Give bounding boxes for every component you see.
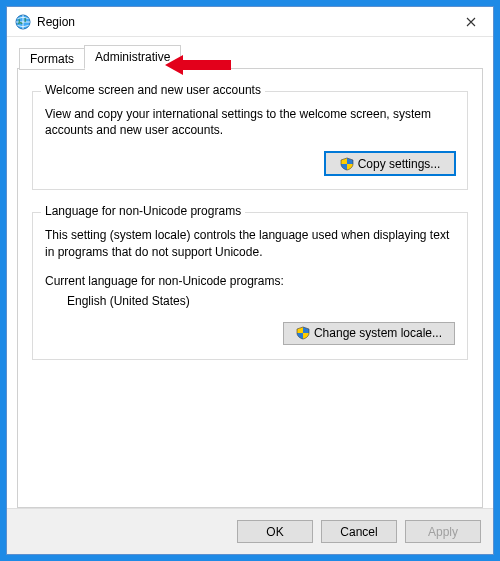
group-welcome: Welcome screen and new user accounts Vie…	[32, 91, 468, 190]
group-locale-legend: Language for non-Unicode programs	[41, 204, 245, 218]
dialog-footer: OK Cancel Apply	[7, 508, 493, 554]
tab-administrative-label: Administrative	[95, 50, 170, 64]
current-locale-value: English (United States)	[67, 294, 455, 308]
group-locale: Language for non-Unicode programs This s…	[32, 212, 468, 359]
close-button[interactable]	[448, 7, 493, 36]
change-system-locale-label: Change system locale...	[314, 326, 442, 340]
window-title: Region	[37, 15, 448, 29]
apply-button: Apply	[405, 520, 481, 543]
tab-strip: Formats Administrative	[17, 45, 483, 69]
uac-shield-icon	[340, 157, 354, 171]
apply-label: Apply	[428, 525, 458, 539]
ok-button[interactable]: OK	[237, 520, 313, 543]
close-icon	[466, 17, 476, 27]
cancel-label: Cancel	[340, 525, 377, 539]
tab-formats[interactable]: Formats	[19, 48, 85, 70]
tab-formats-label: Formats	[30, 52, 74, 66]
globe-icon	[15, 14, 31, 30]
ok-label: OK	[266, 525, 283, 539]
uac-shield-icon	[296, 326, 310, 340]
cancel-button[interactable]: Cancel	[321, 520, 397, 543]
region-dialog: Region Formats Administrative Welcome sc…	[6, 6, 494, 555]
current-locale-label: Current language for non-Unicode program…	[45, 274, 455, 288]
group-welcome-text: View and copy your international setting…	[45, 106, 455, 138]
copy-settings-label: Copy settings...	[358, 157, 441, 171]
tab-administrative[interactable]: Administrative	[84, 45, 181, 69]
tab-container: Formats Administrative Welcome screen an…	[7, 37, 493, 508]
titlebar: Region	[7, 7, 493, 37]
change-system-locale-button[interactable]: Change system locale...	[283, 322, 455, 345]
group-locale-text: This setting (system locale) controls th…	[45, 227, 455, 259]
tab-page-administrative: Welcome screen and new user accounts Vie…	[17, 68, 483, 508]
group-welcome-legend: Welcome screen and new user accounts	[41, 83, 265, 97]
copy-settings-button[interactable]: Copy settings...	[325, 152, 455, 175]
